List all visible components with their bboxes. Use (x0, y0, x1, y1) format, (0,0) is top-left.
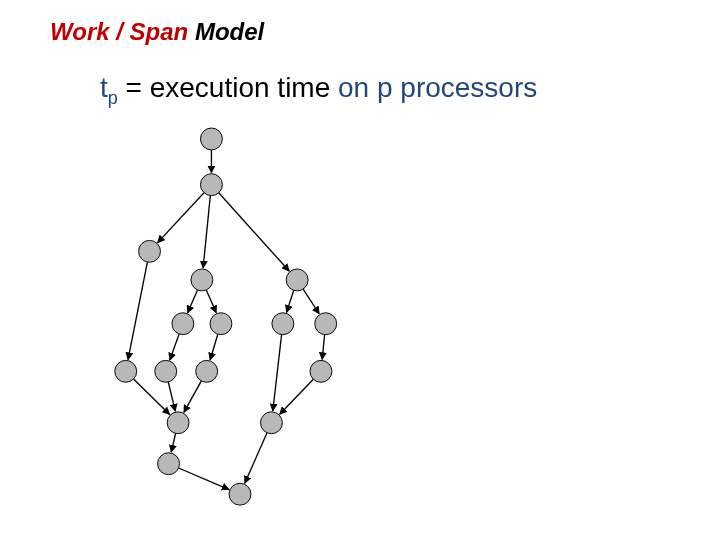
dag-edge (206, 290, 216, 313)
dag-node (155, 360, 177, 382)
dag-edge (184, 381, 201, 412)
dag-edge (303, 289, 319, 314)
dag-node (158, 453, 180, 475)
slide-root: Work / Span Model tp = execution time on… (0, 0, 720, 540)
dag-edge (134, 379, 170, 414)
dag-edge (219, 193, 289, 271)
dag-edge (170, 334, 179, 360)
formula-t: t (100, 72, 108, 103)
formula-tp: tp (100, 72, 126, 103)
formula-proc: processors (400, 72, 537, 103)
dag-graph (70, 118, 410, 518)
formula-equals: = execution time (126, 72, 338, 103)
dag-edge (210, 334, 218, 360)
dag-node (200, 174, 222, 196)
dag-node (229, 483, 251, 505)
dag-node (167, 412, 189, 434)
dag-node (310, 360, 332, 382)
dag-edge (322, 335, 324, 360)
dag-edge (128, 262, 147, 360)
dag-node (200, 128, 222, 150)
dag-node (260, 412, 282, 434)
dag-edge (287, 290, 294, 312)
dag-edge (203, 196, 210, 268)
title-red-part: Work / Span (50, 18, 188, 45)
dag-edge (280, 379, 314, 414)
dag-edge (168, 382, 175, 411)
dag-node (115, 360, 137, 382)
dag-node (172, 313, 194, 335)
formula-line: tp = execution time on p processors (100, 72, 537, 109)
dag-edge (188, 290, 198, 313)
dag-node (139, 240, 161, 262)
dag-node (191, 269, 213, 291)
dag-node (210, 313, 232, 335)
dag-edge (179, 468, 229, 490)
dag-node (272, 313, 294, 335)
dag-node (196, 360, 218, 382)
formula-on: on (338, 72, 377, 103)
dag-edge (273, 335, 282, 411)
dag-edge (158, 193, 204, 243)
dag-node (315, 313, 337, 335)
formula-p: p (377, 72, 400, 103)
formula-p-sub: p (108, 88, 118, 108)
dag-edge (171, 433, 175, 452)
dag-edge (245, 433, 267, 484)
dag-node (286, 269, 308, 291)
slide-title: Work / Span Model (50, 18, 264, 46)
title-rest: Model (195, 18, 264, 45)
